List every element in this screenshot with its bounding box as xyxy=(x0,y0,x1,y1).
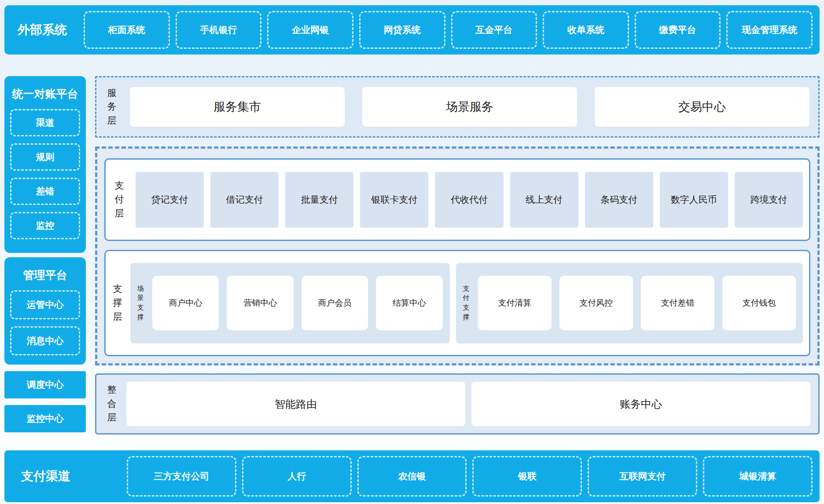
service-node: 交易中心 xyxy=(595,87,809,127)
external-system-label: 柜面系统 xyxy=(108,24,145,36)
external-system-node: 手机银行 xyxy=(176,11,262,49)
monitor-center-node: 监控中心 xyxy=(4,405,86,432)
service-node: 服务集市 xyxy=(130,87,345,127)
payment-channel-label: 三方支付公司 xyxy=(154,470,209,482)
external-system-node: 企业网银 xyxy=(267,11,353,49)
payment-support-label: 支付支撑 xyxy=(462,284,470,322)
external-system-label: 互金平台 xyxy=(475,24,512,36)
payment-node-label: 跨境支付 xyxy=(750,194,787,206)
payment-node: 批量支付 xyxy=(285,172,353,228)
management-node-label: 消息中心 xyxy=(27,335,64,347)
payment-node-label: 线上支付 xyxy=(526,194,563,206)
service-layer-items: 服务集市 场景服务 交易中心 xyxy=(130,87,809,127)
reconciliation-platform-block: 统一对账平台 渠道 规则 差错 xyxy=(4,76,86,253)
management-node: 消息中心 xyxy=(10,326,80,355)
payment-channel-label: 城银清算 xyxy=(739,470,776,482)
reconciliation-node: 规则 xyxy=(10,143,80,171)
service-node-label: 场景服务 xyxy=(446,99,493,115)
payment-support-node-label: 支付钱包 xyxy=(742,297,776,309)
payment-channel-node: 人行 xyxy=(242,456,352,497)
payment-support-node: 支付差错 xyxy=(641,276,714,330)
left-column: 统一对账平台 渠道 规则 差错 xyxy=(4,76,86,435)
core-layers-container: 支付层 贷记支付 借记支付 批量 xyxy=(95,146,820,365)
reconciliation-items: 渠道 规则 差错 监控 xyxy=(10,109,80,239)
external-system-label: 现金管理系统 xyxy=(742,24,797,36)
scene-support-node: 结算中心 xyxy=(376,276,442,330)
main-column: 服务层 服务集市 场景服务 交易中心 xyxy=(95,76,820,435)
payment-channel-node: 农信银 xyxy=(357,456,467,497)
payment-channel-node: 三方支付公司 xyxy=(127,456,236,497)
payment-channels-bar: 支付渠道 三方支付公司 人行 农信银 银联 互联 xyxy=(4,450,820,502)
external-system-node: 现金管理系统 xyxy=(726,11,813,49)
integration-layer-label: 整合层 xyxy=(106,383,118,425)
payment-layer-label: 支付层 xyxy=(114,179,125,221)
reconciliation-node-label: 监控 xyxy=(36,219,55,232)
external-system-node: 互金平台 xyxy=(451,11,537,49)
reconciliation-node: 监控 xyxy=(10,212,80,239)
payment-support-node: 支付钱包 xyxy=(722,276,796,330)
reconciliation-node: 渠道 xyxy=(10,109,80,136)
scene-support-node: 营销中心 xyxy=(227,276,293,330)
integration-node-label: 账务中心 xyxy=(620,397,662,411)
external-system-node: 柜面系统 xyxy=(84,11,170,49)
payment-support-items: 支付清算 支付风控 支付差错 xyxy=(478,276,796,330)
scene-support-node-label: 结算中心 xyxy=(393,297,426,309)
payment-channel-node: 互联网支付 xyxy=(588,456,697,497)
integration-node: 账务中心 xyxy=(471,382,810,426)
integration-layer: 整合层 智能路由 账务中心 xyxy=(95,373,820,435)
service-node-label: 服务集市 xyxy=(213,99,261,115)
reconciliation-node-label: 渠道 xyxy=(36,117,55,129)
payment-node-label: 借记支付 xyxy=(226,194,263,206)
service-node-label: 交易中心 xyxy=(678,99,726,115)
external-systems-items: 柜面系统 手机银行 企业网银 网贷系统 互金平台 xyxy=(84,5,813,55)
reconciliation-platform-title: 统一对账平台 xyxy=(10,87,80,101)
payment-node-label: 贷记支付 xyxy=(151,194,188,206)
support-layer-label: 支撑层 xyxy=(112,282,123,324)
service-layer-label: 服务层 xyxy=(106,86,118,128)
external-system-node: 网贷系统 xyxy=(359,11,445,49)
external-system-node: 收单系统 xyxy=(543,11,629,49)
scene-support-node-label: 商户中心 xyxy=(169,297,202,309)
management-items: 运管中心 消息中心 xyxy=(10,290,80,355)
payment-channel-label: 互联网支付 xyxy=(619,470,666,482)
management-node: 运管中心 xyxy=(10,290,80,319)
payment-node: 借记支付 xyxy=(210,172,279,228)
payment-node-label: 银联卡支付 xyxy=(371,194,417,206)
payment-node-label: 代收代付 xyxy=(451,194,488,206)
payment-channel-label: 农信银 xyxy=(398,470,426,482)
support-layer: 支撑层 场景支撑 商户中心 xyxy=(104,250,810,356)
external-system-node: 缴费平台 xyxy=(635,11,721,49)
architecture-diagram: 外部系统 柜面系统 手机银行 企业网银 网贷系统 xyxy=(0,0,824,504)
support-groups: 场景支撑 商户中心 营销中心 xyxy=(130,263,803,343)
scene-support-node: 商户中心 xyxy=(152,276,219,330)
management-platform-block: 管理平台 运管中心 消息中心 xyxy=(4,257,86,365)
payment-layer-items: 贷记支付 借记支付 批量支付 银联卡支付 xyxy=(136,172,803,228)
payment-channel-label: 银联 xyxy=(518,470,537,482)
external-system-label: 网贷系统 xyxy=(384,24,421,36)
payment-support-node-label: 支付差错 xyxy=(661,297,694,309)
scene-support-label: 场景支撑 xyxy=(136,284,144,322)
payment-support-node: 支付清算 xyxy=(478,276,552,330)
payment-channel-node: 银联 xyxy=(472,456,582,497)
reconciliation-node: 差错 xyxy=(10,178,80,205)
payment-node: 跨境支付 xyxy=(735,172,803,228)
payment-node-label: 条码支付 xyxy=(600,194,637,206)
payment-node-label: 批量支付 xyxy=(301,194,338,206)
payment-support-node: 支付风控 xyxy=(559,276,633,330)
payment-support-group: 支付支撑 支付清算 支付风控 xyxy=(456,263,803,343)
dispatch-center-node: 调度中心 xyxy=(4,371,86,398)
payment-node: 条码支付 xyxy=(585,172,653,228)
external-system-label: 企业网银 xyxy=(292,24,329,36)
scene-support-node-label: 商户会员 xyxy=(318,297,352,309)
payment-channel-label: 人行 xyxy=(287,470,306,482)
payment-layer: 支付层 贷记支付 借记支付 批量 xyxy=(104,158,810,241)
external-system-label: 缴费平台 xyxy=(659,24,696,36)
integration-node-label: 智能路由 xyxy=(275,397,317,411)
payment-node: 代收代付 xyxy=(435,172,503,228)
reconciliation-node-label: 规则 xyxy=(36,151,55,163)
scene-support-node: 商户会员 xyxy=(302,276,368,330)
external-system-label: 收单系统 xyxy=(567,24,604,36)
payment-node-label: 数字人民币 xyxy=(671,194,717,206)
service-layer: 服务层 服务集市 场景服务 交易中心 xyxy=(95,76,820,138)
payment-node: 银联卡支付 xyxy=(360,172,428,228)
